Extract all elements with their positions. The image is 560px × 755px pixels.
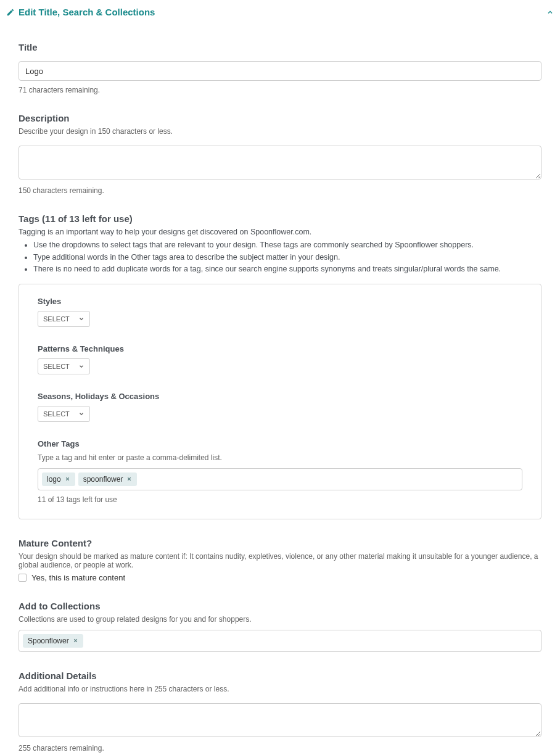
patterns-group: Patterns & Techniques SELECT [38, 344, 522, 374]
mature-checkbox-label: Yes, this is mature content [31, 573, 125, 582]
title-heading: Title [19, 42, 541, 52]
title-section: Title 71 characters remaining. [6, 42, 554, 94]
mature-heading: Mature Content? [19, 538, 541, 548]
tags-bullet-2: There is no need to add duplicate words … [33, 264, 541, 275]
styles-group: Styles SELECT [38, 297, 522, 327]
tag-chip-spoonflower: spoonflower [78, 472, 138, 486]
description-textarea[interactable] [19, 146, 541, 179]
tags-intro: Tagging is an important way to help your… [19, 228, 541, 236]
collections-heading: Add to Collections [19, 601, 541, 611]
close-icon[interactable] [126, 476, 132, 482]
seasons-select[interactable]: SELECT [38, 406, 90, 422]
chevron-down-icon [78, 411, 84, 417]
description-heading: Description [19, 113, 541, 123]
chevron-down-icon [78, 363, 84, 369]
title-input[interactable] [19, 61, 541, 81]
chip-label: logo [47, 475, 61, 484]
close-icon[interactable] [73, 638, 78, 643]
panel-title: Edit Title, Search & Collections [19, 7, 546, 17]
pencil-edit-icon [6, 8, 19, 17]
mature-subtext: Your design should be marked as mature c… [19, 552, 541, 569]
panel-header[interactable]: Edit Title, Search & Collections [6, 5, 554, 23]
description-subtext: Describe your design in 150 characters o… [19, 127, 541, 136]
other-tags-group: Other Tags Type a tag and hit enter or p… [38, 439, 522, 504]
other-tags-label: Other Tags [38, 439, 522, 448]
patterns-select[interactable]: SELECT [38, 358, 90, 374]
seasons-group: Seasons, Holidays & Occasions SELECT [38, 392, 522, 422]
checkbox-icon[interactable] [19, 574, 27, 582]
patterns-select-value: SELECT [43, 363, 70, 370]
chevron-down-icon [78, 316, 84, 322]
details-remaining: 255 characters remaining. [19, 744, 541, 753]
seasons-select-value: SELECT [43, 410, 70, 418]
tags-section: Tags (11 of 13 left for use) Tagging is … [6, 213, 554, 519]
tags-bullet-1: Type additional words in the Other tags … [33, 252, 541, 263]
chevron-up-icon[interactable] [546, 9, 554, 16]
description-remaining: 150 characters remaining. [19, 186, 541, 195]
chip-label: Spoonflower [28, 637, 69, 645]
details-textarea[interactable] [19, 703, 541, 737]
styles-select-value: SELECT [43, 315, 70, 323]
mature-section: Mature Content? Your design should be ma… [6, 538, 554, 582]
patterns-label: Patterns & Techniques [38, 344, 522, 353]
tags-bullets: Use the dropdowns to select tags that ar… [19, 240, 541, 275]
description-section: Description Describe your design in 150 … [6, 113, 554, 195]
chip-label: spoonflower [83, 475, 123, 484]
collections-section: Add to Collections Collections are used … [6, 601, 554, 652]
tag-chip-logo: logo [42, 472, 75, 486]
collections-subtext: Collections are used to group related de… [19, 615, 541, 624]
styles-label: Styles [38, 297, 522, 306]
close-icon[interactable] [65, 476, 70, 482]
seasons-label: Seasons, Holidays & Occasions [38, 392, 522, 401]
details-section: Additional Details Add additional info o… [6, 670, 554, 753]
tags-frame: Styles SELECT Patterns & Techniques SELE… [19, 284, 541, 519]
title-remaining: 71 characters remaining. [19, 86, 541, 94]
other-tags-input[interactable]: logo spoonflower [38, 468, 522, 490]
collection-chip-spoonflower: Spoonflower [23, 634, 83, 648]
tags-heading: Tags (11 of 13 left for use) [19, 213, 541, 224]
mature-checkbox-row[interactable]: Yes, this is mature content [19, 573, 541, 582]
collections-input[interactable]: Spoonflower [19, 630, 541, 652]
details-subtext: Add additional info or instructions here… [19, 685, 541, 693]
other-tags-subtext: Type a tag and hit enter or paste a comm… [38, 453, 522, 462]
tags-bullet-0: Use the dropdowns to select tags that ar… [33, 240, 541, 251]
styles-select[interactable]: SELECT [38, 311, 90, 327]
other-tags-helper: 11 of 13 tags left for use [38, 495, 522, 504]
details-heading: Additional Details [19, 670, 541, 681]
